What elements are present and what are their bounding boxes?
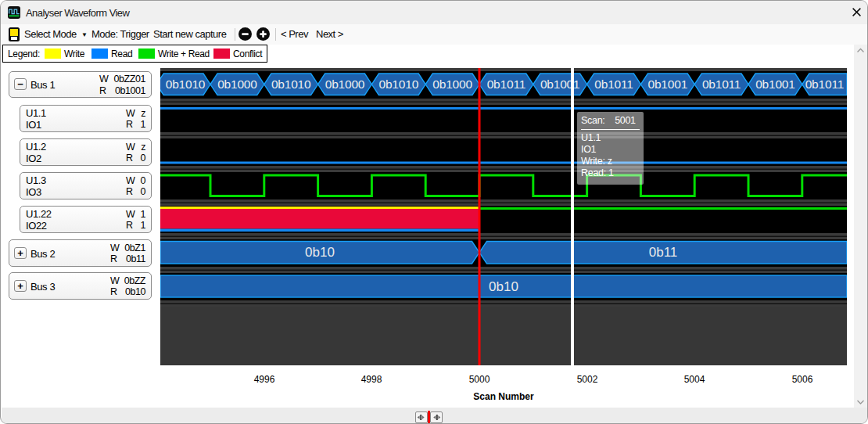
svg-text:0b1010: 0b1010: [271, 77, 311, 91]
svg-text:0b1010: 0b1010: [379, 77, 419, 91]
svg-text:0b1000: 0b1000: [217, 77, 257, 91]
svg-text:0b1001: 0b1001: [648, 77, 688, 91]
svg-text:0b10: 0b10: [305, 245, 335, 260]
svg-text:0b1011: 0b1011: [487, 77, 525, 91]
svg-text:0b1001: 0b1001: [755, 77, 795, 91]
svg-text:0b1010: 0b1010: [166, 77, 206, 91]
svg-text:0b10: 0b10: [489, 279, 518, 294]
svg-text:0b1000: 0b1000: [325, 77, 365, 91]
svg-text:0b1000: 0b1000: [432, 77, 472, 91]
svg-text:0b1011: 0b1011: [805, 77, 844, 91]
svg-text:0b1011: 0b1011: [702, 77, 741, 91]
svg-text:0b1011: 0b1011: [594, 77, 633, 91]
svg-text:0b11: 0b11: [649, 245, 678, 260]
